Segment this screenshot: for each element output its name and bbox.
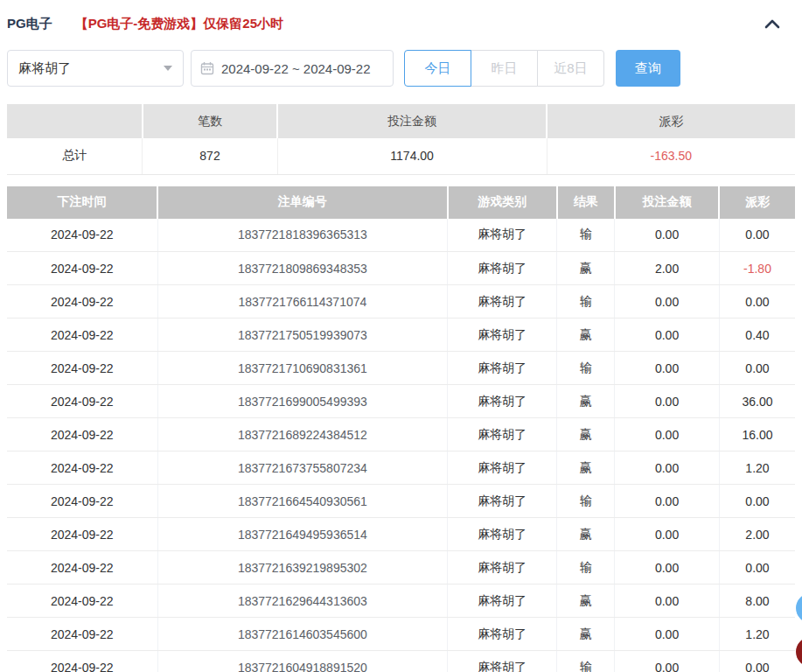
- summary-total-row: 总计 872 1174.00 -163.50: [7, 138, 795, 174]
- summary-total-count: 872: [143, 138, 277, 174]
- table-row: 2024-09-22 1837721614603545600 麻将胡了 赢 0.…: [7, 618, 795, 651]
- table-row: 2024-09-22 1837721629644313603 麻将胡了 赢 0.…: [7, 584, 795, 618]
- cell-game-category: 麻将胡了: [448, 651, 557, 672]
- table-row: 2024-09-22 1837721766114371074 麻将胡了 输 0.…: [7, 285, 795, 318]
- cell-game-category: 麻将胡了: [448, 385, 557, 418]
- cell-game-category: 麻将胡了: [448, 219, 557, 252]
- cell-game-category: 麻将胡了: [448, 485, 557, 518]
- cell-result: 输: [557, 352, 615, 385]
- cell-bet-time: 2024-09-22: [7, 285, 157, 318]
- table-row: 2024-09-22 1837721649495936514 麻将胡了 赢 0.…: [7, 518, 795, 551]
- cell-bet-time: 2024-09-22: [7, 618, 157, 651]
- cell-bet-time: 2024-09-22: [7, 452, 157, 485]
- cell-payout: 8.00: [719, 584, 795, 618]
- cell-bet-time: 2024-09-22: [7, 551, 157, 584]
- summary-header-row: 笔数 投注金额 派彩: [7, 104, 795, 138]
- cell-payout: 16.00: [719, 418, 795, 452]
- cell-result: 赢: [557, 318, 615, 352]
- cell-game-category: 麻将胡了: [448, 584, 557, 618]
- cell-bet-amount: 0.00: [615, 618, 720, 651]
- panel-header: PG电子 【PG电子-免费游戏】仅保留25小时: [7, 0, 795, 33]
- summary-total-label: 总计: [7, 138, 143, 174]
- cell-result: 赢: [557, 618, 615, 651]
- today-button[interactable]: 今日: [404, 50, 471, 87]
- cell-ticket-number: 1837721766114371074: [157, 285, 448, 318]
- cell-result: 赢: [557, 452, 615, 485]
- cell-game-category: 麻将胡了: [448, 551, 557, 584]
- col-header-result: 结果: [557, 186, 615, 219]
- cell-bet-time: 2024-09-22: [7, 318, 157, 352]
- bet-records-table: 下注时间 注单编号 游戏类别 结果 投注金额 派彩 2024-09-22 183…: [7, 186, 795, 672]
- cell-bet-amount: 0.00: [615, 318, 720, 352]
- cell-result: 输: [557, 551, 615, 584]
- cell-bet-amount: 0.00: [615, 485, 720, 518]
- col-header-bet-time: 下注时间: [7, 186, 157, 219]
- cell-bet-time: 2024-09-22: [7, 485, 157, 518]
- collapse-panel-button[interactable]: [760, 13, 785, 34]
- cell-result: 输: [557, 651, 615, 672]
- cell-bet-amount: 0.00: [615, 385, 720, 418]
- table-row: 2024-09-22 1837721664540930561 麻将胡了 输 0.…: [7, 485, 795, 518]
- cell-payout: 0.00: [719, 651, 795, 672]
- calendar-icon: [200, 61, 214, 75]
- cell-bet-amount: 2.00: [615, 252, 720, 285]
- cell-bet-time: 2024-09-22: [7, 252, 157, 285]
- summary-header-blank: [7, 104, 143, 138]
- cell-result: 赢: [557, 385, 615, 418]
- cell-result: 输: [557, 485, 615, 518]
- cell-result: 赢: [557, 418, 615, 452]
- cell-bet-amount: 0.00: [615, 285, 720, 318]
- cell-bet-amount: 0.00: [615, 584, 720, 618]
- cell-bet-amount: 0.00: [615, 352, 720, 385]
- query-button[interactable]: 查询: [616, 50, 680, 87]
- yesterday-button[interactable]: 昨日: [471, 50, 538, 87]
- caret-down-icon: [164, 66, 172, 71]
- cell-result: 赢: [557, 584, 615, 618]
- cell-ticket-number: 1837721689224384512: [157, 418, 448, 452]
- page-title: PG电子: [7, 16, 52, 32]
- table-row: 2024-09-22 1837721604918891520 麻将胡了 输 0.…: [7, 651, 795, 672]
- cell-payout: 1.20: [719, 618, 795, 651]
- cell-bet-time: 2024-09-22: [7, 518, 157, 551]
- game-select[interactable]: 麻将胡了: [7, 50, 184, 87]
- filter-bar: 麻将胡了 2024-09-22 ~ 2024-09-22 今日 昨日 近8日 查…: [7, 50, 795, 87]
- cell-ticket-number: 1837721673755807234: [157, 452, 448, 485]
- cell-payout: 0.00: [719, 485, 795, 518]
- cell-ticket-number: 1837721699005499393: [157, 385, 448, 418]
- retention-notice: 【PG电子-免费游戏】仅保留25小时: [75, 16, 283, 32]
- cell-ticket-number: 1837721639219895302: [157, 551, 448, 584]
- summary-total-bet-amount: 1174.00: [277, 138, 547, 174]
- table-row: 2024-09-22 1837721818396365313 麻将胡了 输 0.…: [7, 219, 795, 252]
- col-header-game-category: 游戏类别: [448, 186, 557, 219]
- cell-bet-time: 2024-09-22: [7, 584, 157, 618]
- table-row: 2024-09-22 1837721639219895302 麻将胡了 输 0.…: [7, 551, 795, 584]
- cell-payout: 0.00: [719, 219, 795, 252]
- last-8-days-button[interactable]: 近8日: [537, 50, 604, 87]
- cell-bet-time: 2024-09-22: [7, 352, 157, 385]
- cell-game-category: 麻将胡了: [448, 252, 557, 285]
- cell-bet-time: 2024-09-22: [7, 385, 157, 418]
- chevron-up-icon: [764, 18, 781, 30]
- table-row: 2024-09-22 1837721699005499393 麻将胡了 赢 0.…: [7, 385, 795, 418]
- cell-ticket-number: 1837721614603545600: [157, 618, 448, 651]
- cell-ticket-number: 1837721664540930561: [157, 485, 448, 518]
- date-range-input[interactable]: 2024-09-22 ~ 2024-09-22: [191, 50, 394, 87]
- cell-result: 赢: [557, 252, 615, 285]
- bet-table-header-row: 下注时间 注单编号 游戏类别 结果 投注金额 派彩: [7, 186, 795, 219]
- cell-ticket-number: 1837721818396365313: [157, 219, 448, 252]
- cell-bet-amount: 0.00: [615, 418, 720, 452]
- game-select-value: 麻将胡了: [18, 60, 164, 77]
- cell-bet-amount: 0.00: [615, 518, 720, 551]
- summary-total-payout: -163.50: [547, 138, 795, 174]
- cell-payout: 0.00: [719, 285, 795, 318]
- col-header-payout: 派彩: [719, 186, 795, 219]
- table-row: 2024-09-22 1837721809869348353 麻将胡了 赢 2.…: [7, 252, 795, 285]
- cell-payout: -1.80: [719, 252, 795, 285]
- summary-header-payout: 派彩: [547, 104, 795, 138]
- cell-game-category: 麻将胡了: [448, 518, 557, 551]
- table-row: 2024-09-22 1837721673755807234 麻将胡了 赢 0.…: [7, 452, 795, 485]
- cell-bet-amount: 0.00: [615, 219, 720, 252]
- summary-header-bet-amount: 投注金额: [277, 104, 547, 138]
- cell-game-category: 麻将胡了: [448, 318, 557, 352]
- cell-ticket-number: 1837721649495936514: [157, 518, 448, 551]
